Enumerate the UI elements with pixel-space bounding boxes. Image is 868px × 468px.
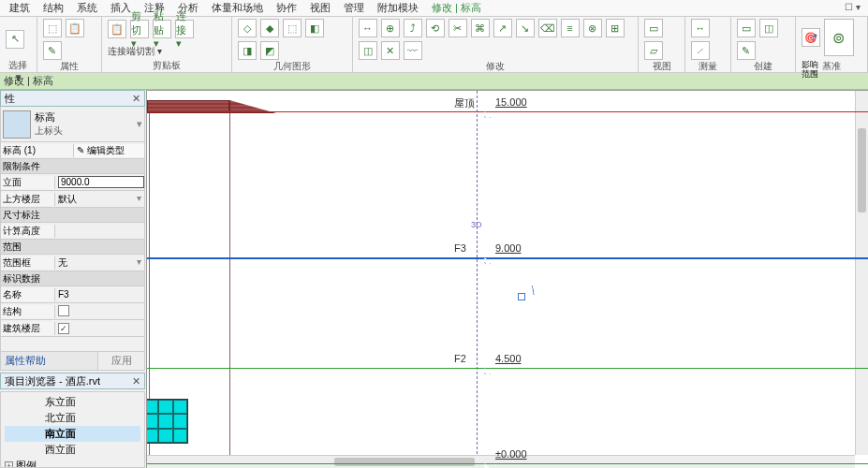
level-line[interactable] (147, 257, 868, 259)
level-head-icon[interactable] (480, 461, 493, 468)
level-name[interactable]: 屋顶 (454, 96, 475, 110)
ribbon-button[interactable]: ▱ (644, 41, 663, 60)
tree-item[interactable]: 西立面 (5, 442, 140, 458)
ribbon-button[interactable]: ⊞ (606, 19, 625, 37)
menu-item[interactable]: 管理 (344, 1, 364, 15)
ribbon-button[interactable]: 粘贴 ▾ (153, 20, 171, 38)
menu-item[interactable]: 视图 (310, 1, 331, 15)
close-icon[interactable]: ✕ (132, 375, 140, 388)
ribbon-button[interactable]: ⌘ (471, 19, 490, 37)
scroll-thumb[interactable] (334, 458, 475, 466)
level-line[interactable] (147, 111, 868, 112)
level-line[interactable] (147, 463, 868, 464)
titlebar-right[interactable]: ☐ ▾ (845, 2, 861, 12)
menu-item[interactable]: 附加模块 (377, 1, 419, 15)
level-elevation-value[interactable]: ±0.000 (495, 448, 527, 460)
level-head-icon[interactable] (480, 110, 493, 119)
tree-item[interactable]: 北立面 (5, 410, 140, 426)
elevation-input[interactable] (58, 176, 144, 188)
scrollbar-vertical[interactable] (855, 91, 868, 455)
ribbon-button[interactable]: ↖ (6, 30, 24, 49)
ribbon-button[interactable]: 🎯 (802, 28, 820, 47)
ribbon-button[interactable]: ◆ (260, 19, 279, 37)
menu-item[interactable]: 插入 (110, 1, 131, 15)
ribbon-button[interactable]: ▭ (644, 19, 663, 37)
ribbon-button[interactable]: ⌫ (538, 19, 557, 37)
edit-type-button[interactable]: ✎ 编辑类型 (74, 144, 144, 157)
menu-item[interactable]: 修改 | 标高 (432, 1, 481, 15)
scope-button[interactable]: ⊚ (824, 19, 854, 56)
ribbon-button[interactable]: ◧ (305, 19, 324, 37)
chevron-down-icon[interactable]: ▾ (137, 118, 142, 130)
ribbon-button[interactable]: ◫ (759, 19, 778, 37)
close-icon[interactable]: ✕ (132, 93, 140, 105)
menu-item[interactable]: 建筑 (9, 1, 30, 15)
level-line[interactable] (147, 368, 868, 369)
ribbon-button[interactable]: 〰 (404, 41, 422, 60)
legend-curtain-panel[interactable] (146, 399, 188, 444)
ribbon-button[interactable]: ◫ (359, 41, 377, 60)
ribbon-button[interactable]: ↘ (516, 19, 535, 37)
apply-button[interactable]: 应用 (97, 352, 144, 370)
ribbon-button[interactable]: 📋 (66, 19, 84, 37)
level-name[interactable]: F2 (454, 353, 466, 364)
level-elevation-value[interactable]: 9.000 (495, 242, 522, 254)
grid-centerline[interactable] (477, 91, 478, 468)
browser-header[interactable]: 项目浏览器 - 酒店.rvt ✕ (0, 373, 145, 389)
ribbon-button[interactable]: ▭ (737, 19, 756, 37)
menu-item[interactable]: 结构 (43, 1, 64, 15)
level-drag-handle[interactable] (518, 293, 525, 300)
ribbon-button[interactable]: ⬚ (283, 19, 302, 37)
ribbon-group: ▭▱视图 (639, 17, 684, 72)
ribbon-button[interactable]: ✎ (43, 41, 62, 60)
ribbon-button[interactable]: 连接 ▾ (175, 20, 194, 38)
ribbon-button[interactable]: ⬚ (43, 19, 62, 37)
project-browser[interactable]: 东立面北立面南立面西立面+图例+明细表/数量−图纸 (全部)001 - 总平面图… (0, 391, 145, 468)
ribbon-button[interactable]: ↔ (691, 19, 710, 37)
properties-help-link[interactable]: 属性帮助 (1, 352, 97, 370)
ribbon-button[interactable]: ◇ (238, 19, 257, 37)
ribbon-button[interactable]: ⊗ (583, 19, 602, 37)
ribbon-text-button[interactable]: 连接端切割 ▾ (108, 45, 162, 58)
ribbon-button[interactable]: ⤴ (404, 19, 422, 37)
type-selector[interactable]: 标高 上标头 ▾ (0, 107, 145, 142)
ribbon-button[interactable]: ↔ (359, 19, 377, 37)
story-checkbox[interactable] (58, 323, 69, 334)
scroll-thumb[interactable] (858, 128, 866, 212)
ribbon-button[interactable]: ⟲ (426, 19, 445, 37)
row-above: 上方楼层 默认 (0, 191, 145, 208)
ribbon-button[interactable]: 📋 (108, 20, 126, 38)
properties-header[interactable]: 性 ✕ (0, 90, 145, 107)
left-panels: 性 ✕ 标高 上标头 ▾ 标高 (1) ✎ 编辑类型 限制条件 立面 上方楼层 … (0, 90, 145, 468)
tree-item[interactable]: +图例 (5, 458, 140, 468)
ribbon-button[interactable]: ⊕ (381, 19, 400, 37)
level-head-icon[interactable] (480, 256, 493, 265)
ribbon-button[interactable]: ≡ (561, 19, 580, 37)
level-elevation-value[interactable]: 4.500 (495, 353, 522, 364)
expand-icon[interactable]: + (5, 461, 13, 468)
level-elevation-value[interactable]: 15.000 (495, 96, 527, 108)
name-input[interactable]: F3 (55, 289, 144, 300)
3d-toggle[interactable]: 3D (471, 220, 482, 229)
ribbon-button[interactable]: ↗ (493, 19, 512, 37)
box-select[interactable]: 无 (55, 256, 144, 270)
tree-item[interactable]: 南立面 (5, 426, 140, 442)
menu-item[interactable]: 体量和场地 (212, 1, 263, 15)
ribbon-button[interactable]: ◨ (238, 41, 257, 60)
menu-item[interactable]: 协作 (276, 1, 297, 15)
ribbon-button[interactable]: ✕ (381, 41, 400, 60)
above-select[interactable]: 默认 (55, 193, 144, 206)
ribbon-button[interactable]: ◩ (260, 41, 279, 60)
ribbon-button[interactable]: ⟋ (691, 41, 710, 60)
level-name[interactable]: F3 (454, 242, 466, 254)
instance-count[interactable]: 标高 (1) (1, 144, 74, 157)
ribbon-button[interactable]: 剪切 ▾ (130, 20, 149, 38)
struct-checkbox[interactable] (58, 305, 69, 316)
drawing-canvas[interactable]: 3D 屋顶15.000F39.000F24.500±0.000 (146, 90, 868, 468)
menu-item[interactable]: 系统 (77, 1, 97, 15)
level-head-icon[interactable] (480, 366, 493, 375)
tree-item[interactable]: 东立面 (5, 394, 140, 410)
ribbon-button[interactable]: ✎ (737, 41, 756, 60)
ribbon-button[interactable]: ✂ (449, 19, 467, 37)
row-story: 建筑楼层 (0, 320, 145, 337)
